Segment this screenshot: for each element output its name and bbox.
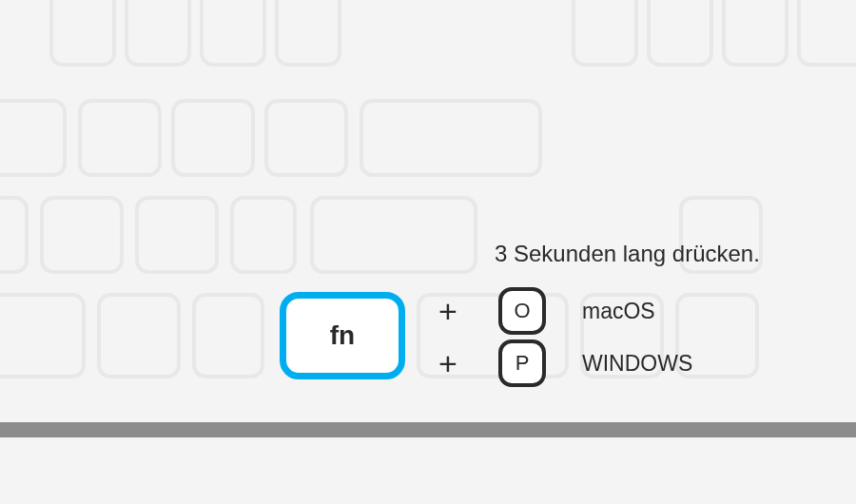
key-p-label: P bbox=[516, 351, 530, 376]
bg-key bbox=[135, 196, 219, 274]
key-p: P bbox=[498, 339, 546, 387]
key-o-label: O bbox=[514, 299, 530, 323]
key-o: O bbox=[498, 287, 546, 335]
plus-icon: + bbox=[438, 347, 457, 379]
bg-key bbox=[200, 0, 266, 67]
bg-key bbox=[78, 99, 162, 177]
bg-key bbox=[264, 99, 348, 177]
bg-key bbox=[0, 293, 86, 378]
bg-key bbox=[722, 0, 788, 67]
instruction-text: 3 Sekunden lang drücken. bbox=[495, 241, 760, 267]
fn-key-label: fn bbox=[330, 320, 355, 351]
bg-key bbox=[275, 0, 341, 67]
bg-key bbox=[0, 99, 67, 177]
plus-icon: + bbox=[438, 295, 457, 327]
os-label-macos: macOS bbox=[582, 299, 655, 324]
bg-key bbox=[310, 196, 477, 274]
os-label-windows: WINDOWS bbox=[582, 351, 692, 377]
bg-key bbox=[97, 293, 181, 378]
bg-key bbox=[0, 196, 29, 274]
bg-key bbox=[572, 0, 638, 67]
bg-key bbox=[125, 0, 191, 67]
bg-key bbox=[171, 99, 255, 177]
bg-key bbox=[360, 99, 542, 177]
fn-key: fn bbox=[280, 292, 405, 379]
bg-key bbox=[192, 293, 264, 378]
bg-key bbox=[40, 196, 124, 274]
bg-key bbox=[647, 0, 713, 67]
divider-bar bbox=[0, 422, 856, 437]
bg-key bbox=[230, 196, 297, 274]
bg-key bbox=[797, 0, 856, 67]
bg-key bbox=[49, 0, 116, 67]
